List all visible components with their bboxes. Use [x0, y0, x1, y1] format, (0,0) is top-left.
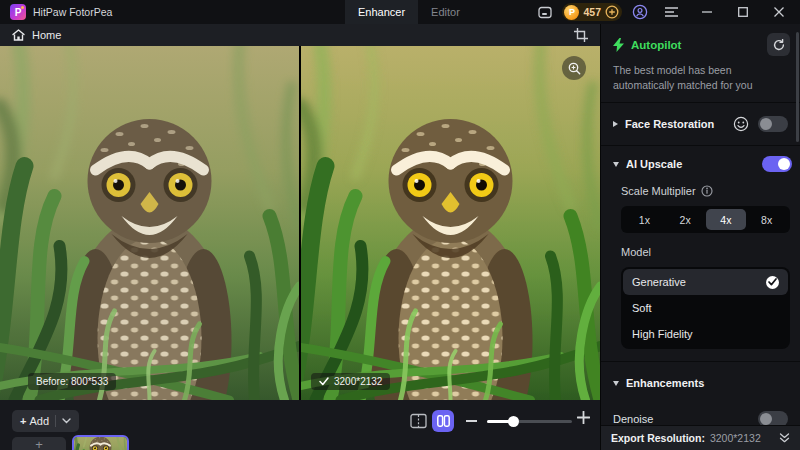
- after-resolution-text: 3200*2132: [334, 376, 382, 387]
- coin-icon: P: [564, 5, 579, 20]
- image-thumbnail[interactable]: [72, 435, 129, 450]
- app-window: P HitPaw FotorPea Enhancer Editor P 457: [0, 0, 800, 450]
- autopilot-refresh-button[interactable]: [767, 33, 790, 56]
- autopilot-description: The best model has been automatically ma…: [601, 56, 800, 102]
- home-bar: Home: [0, 24, 600, 46]
- ai-upscale-section: AI Upscale Scale Multiplier 1x 2x 4x 8x …: [601, 146, 800, 361]
- ai-upscale-toggle[interactable]: [762, 156, 792, 172]
- scale-option-2x[interactable]: 2x: [665, 209, 706, 230]
- before-owl-image: [0, 46, 299, 400]
- add-button-divider: [55, 415, 56, 427]
- ai-upscale-title: AI Upscale: [626, 158, 682, 170]
- face-preview-button[interactable]: [731, 114, 751, 134]
- credits-count: 457: [583, 6, 601, 18]
- sidebar: Autopilot The best model has been automa…: [600, 24, 800, 450]
- export-resolution-value: 3200*2132: [710, 432, 761, 444]
- sidebar-scrollbar[interactable]: [796, 32, 799, 142]
- magnifier-button[interactable]: [562, 56, 586, 80]
- scale-option-4x[interactable]: 4x: [706, 209, 747, 230]
- magnifier-plus-icon: [568, 62, 581, 75]
- menu-icon[interactable]: [658, 0, 684, 24]
- toggle-knob: [760, 413, 772, 425]
- info-icon[interactable]: [701, 185, 713, 197]
- export-resolution-bar[interactable]: Export Resolution: 3200*2132: [601, 425, 800, 450]
- enhancements-header[interactable]: Enhancements: [613, 372, 788, 394]
- main-area: Home Before: 800*533: [0, 24, 600, 450]
- zoom-slider[interactable]: [487, 420, 572, 423]
- add-credits-icon[interactable]: [605, 5, 619, 19]
- ai-upscale-header[interactable]: AI Upscale: [613, 156, 792, 172]
- mode-tabs: Enhancer Editor: [345, 0, 473, 24]
- face-restoration-title: Face Restoration: [625, 118, 714, 130]
- tab-editor[interactable]: Editor: [418, 0, 473, 24]
- face-restoration-toggle[interactable]: [758, 116, 788, 132]
- thumbnail-owl-image: [74, 437, 127, 450]
- chevron-down-icon: [613, 162, 619, 167]
- double-chevron-down-icon[interactable]: [779, 433, 790, 443]
- face-restoration-section[interactable]: Face Restoration: [601, 103, 800, 145]
- home-label[interactable]: Home: [32, 29, 61, 41]
- brand: P HitPaw FotorPea: [0, 4, 112, 20]
- split-view-icon[interactable]: [410, 413, 427, 431]
- after-image-pane[interactable]: 3200*2132: [301, 46, 600, 400]
- scale-option-1x[interactable]: 1x: [624, 209, 665, 230]
- enhancements-title: Enhancements: [626, 377, 704, 389]
- close-button[interactable]: [766, 0, 792, 24]
- tab-enhancer[interactable]: Enhancer: [345, 0, 418, 24]
- zoom-out-button[interactable]: [466, 412, 477, 424]
- scale-option-8x[interactable]: 8x: [746, 209, 787, 230]
- before-resolution-badge: Before: 800*533: [28, 373, 116, 390]
- toggle-knob: [778, 158, 790, 170]
- side-by-side-view-button[interactable]: [432, 410, 454, 432]
- export-resolution-label: Export Resolution:: [611, 432, 705, 444]
- check-icon: [319, 377, 329, 386]
- compare-viewer: Before: 800*533 3200*2132: [0, 46, 600, 400]
- side-by-side-icon: [437, 415, 450, 427]
- bottom-toolbar: + Add +: [0, 400, 600, 450]
- before-resolution-text: Before: 800*533: [36, 376, 108, 387]
- crop-icon[interactable]: [574, 28, 588, 42]
- app-name: HitPaw FotorPea: [33, 6, 112, 18]
- tile-plus-icon: +: [35, 437, 43, 450]
- chevron-down-icon[interactable]: [62, 418, 71, 424]
- toggle-knob: [760, 118, 772, 130]
- model-option-label: High Fidelity: [632, 328, 693, 340]
- denoise-label: Denoise: [613, 413, 653, 425]
- model-option-generative[interactable]: Generative: [623, 269, 788, 295]
- credits-pill[interactable]: P 457: [562, 3, 622, 21]
- add-thumbnail-tile[interactable]: +: [12, 437, 66, 450]
- model-option-label: Soft: [632, 302, 652, 314]
- home-icon[interactable]: [12, 29, 25, 41]
- model-option-high-fidelity[interactable]: High Fidelity: [623, 321, 788, 347]
- account-icon[interactable]: [632, 4, 648, 20]
- minimize-button[interactable]: [694, 0, 720, 24]
- model-option-label: Generative: [632, 276, 686, 288]
- titlebar-actions: P 457: [538, 0, 792, 24]
- chevron-right-icon: [613, 121, 618, 127]
- add-image-button[interactable]: + Add: [12, 410, 79, 432]
- plus-icon: +: [20, 415, 26, 427]
- autopilot-bolt-icon: [613, 38, 624, 52]
- scale-multiplier-label-row: Scale Multiplier: [621, 185, 790, 197]
- app-logo-icon: P: [10, 4, 26, 20]
- scale-multiplier-segmented: 1x 2x 4x 8x: [621, 206, 790, 233]
- model-option-soft[interactable]: Soft: [623, 295, 788, 321]
- feedback-icon[interactable]: [538, 6, 552, 19]
- scale-multiplier-label: Scale Multiplier: [621, 185, 696, 197]
- chevron-down-icon: [613, 381, 619, 386]
- smiley-icon: [733, 116, 749, 132]
- after-resolution-badge: 3200*2132: [311, 373, 390, 390]
- zoom-in-button[interactable]: [577, 411, 590, 426]
- before-image-pane[interactable]: Before: 800*533: [0, 46, 299, 400]
- add-label: Add: [29, 415, 49, 427]
- model-label: Model: [621, 246, 790, 258]
- titlebar: P HitPaw FotorPea Enhancer Editor P 457: [0, 0, 800, 24]
- autopilot-title: Autopilot: [631, 39, 681, 51]
- selected-check-icon: [766, 276, 779, 289]
- maximize-button[interactable]: [730, 0, 756, 24]
- refresh-icon: [773, 39, 785, 51]
- autopilot-header: Autopilot: [601, 24, 800, 56]
- after-owl-image: [301, 46, 600, 400]
- zoom-slider-knob[interactable]: [508, 416, 519, 427]
- model-list: Generative Soft High Fidelity: [621, 267, 790, 349]
